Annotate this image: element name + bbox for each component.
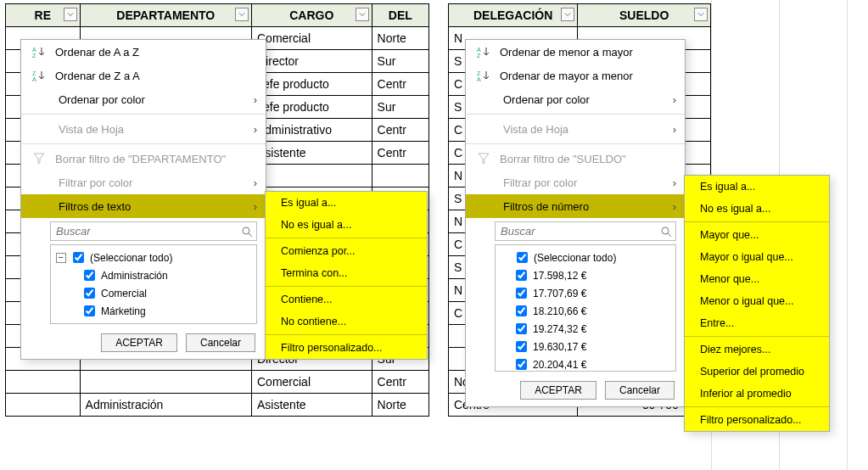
col-header: DEL: [389, 8, 412, 22]
funnel-clear-icon: [31, 153, 47, 165]
filter-by-color: Filtrar por color›: [466, 171, 685, 194]
number-filters[interactable]: Filtros de número›: [466, 194, 685, 218]
svg-point-4: [243, 227, 249, 234]
filter-search[interactable]: [495, 221, 676, 241]
chevron-right-icon: ›: [673, 93, 676, 106]
col-header: RE: [35, 8, 51, 22]
filter-not-contains[interactable]: No contiene...: [266, 311, 427, 333]
text-filters[interactable]: Filtros de texto›: [21, 194, 266, 218]
sort-za[interactable]: ZA Ordenar de Z a A: [21, 64, 266, 87]
checkbox[interactable]: [516, 305, 527, 316]
col-header: DELEGACIÓN: [473, 8, 552, 22]
checkbox[interactable]: [517, 252, 528, 263]
search-icon: [657, 222, 675, 240]
svg-text:Z: Z: [477, 53, 481, 58]
checkbox[interactable]: [516, 270, 527, 281]
filter-below-avg[interactable]: Inferior al promedio: [685, 383, 829, 405]
filter-less[interactable]: Menor que...: [685, 268, 829, 290]
filter-dropdown-icon[interactable]: [561, 8, 574, 21]
filter-equals[interactable]: Es igual a...: [266, 192, 427, 214]
sheet-view: Vista de Hoja›: [466, 117, 685, 141]
svg-text:A: A: [32, 76, 36, 81]
filter-by-color: Filtrar por color›: [21, 171, 266, 194]
cancel-button[interactable]: Cancelar: [605, 381, 675, 400]
filter-menu-sueldo: AZ Ordenar de menor a mayor ZA Ordenar d…: [465, 39, 686, 407]
filter-dropdown-icon[interactable]: [694, 8, 708, 21]
checkbox[interactable]: [516, 359, 527, 370]
ok-button[interactable]: ACEPTAR: [520, 381, 596, 400]
filter-not-equals[interactable]: No es igual a...: [266, 214, 427, 236]
filter-greater-eq[interactable]: Mayor o igual que...: [685, 246, 829, 268]
sort-desc[interactable]: ZA Ordenar de mayor a menor: [466, 64, 685, 87]
sort-asc[interactable]: AZ Ordenar de menor a mayor: [466, 40, 685, 64]
number-filter-submenu: Es igual a... No es igual a... Mayor que…: [684, 175, 830, 432]
filter-ends-with[interactable]: Termina con...: [266, 262, 427, 284]
svg-point-9: [662, 227, 669, 234]
filter-less-eq[interactable]: Menor o igual que...: [685, 290, 829, 312]
svg-text:Z: Z: [477, 70, 481, 76]
text-filter-submenu: Es igual a... No es igual a... Comienza …: [265, 191, 428, 360]
clear-filter: Borrar filtro de "DEPARTAMENTO": [21, 147, 266, 171]
checkbox[interactable]: [516, 341, 527, 352]
sort-za-icon: ZA: [31, 70, 47, 81]
filter-dropdown-icon[interactable]: [64, 8, 77, 21]
cancel-button[interactable]: Cancelar: [186, 333, 255, 352]
svg-text:A: A: [477, 47, 481, 53]
svg-text:Z: Z: [32, 70, 36, 76]
ok-button[interactable]: ACEPTAR: [101, 333, 177, 352]
filter-top10[interactable]: Diez mejores...: [685, 339, 829, 361]
checkbox[interactable]: [73, 252, 84, 263]
checkbox[interactable]: [84, 305, 95, 316]
checkbox[interactable]: [84, 270, 95, 281]
filter-custom[interactable]: Filtro personalizado...: [685, 409, 829, 431]
funnel-clear-icon: [476, 153, 491, 165]
filter-dropdown-icon[interactable]: [356, 8, 369, 21]
svg-text:A: A: [32, 47, 36, 53]
filter-custom[interactable]: Filtro personalizado...: [266, 337, 427, 359]
filter-value-list[interactable]: −(Seleccionar todo) Administración Comer…: [50, 244, 257, 324]
sort-by-color[interactable]: Ordenar por color›: [21, 87, 266, 111]
chevron-right-icon: ›: [254, 200, 257, 213]
filter-greater[interactable]: Mayor que...: [685, 224, 829, 246]
table-row: ComercialCentr: [6, 371, 429, 394]
filter-search[interactable]: [50, 221, 257, 241]
checkbox[interactable]: [516, 288, 527, 299]
search-icon: [238, 222, 256, 240]
chevron-right-icon: ›: [673, 200, 676, 213]
col-header: DEPARTAMENTO: [116, 8, 215, 22]
svg-text:Z: Z: [32, 53, 36, 58]
filter-above-avg[interactable]: Superior del promedio: [685, 361, 829, 383]
filter-contains[interactable]: Contiene...: [266, 288, 427, 311]
col-header: CARGO: [289, 8, 333, 22]
sort-asc-icon: AZ: [476, 46, 491, 58]
filter-begins-with[interactable]: Comienza por...: [266, 240, 427, 262]
search-input[interactable]: [496, 222, 657, 240]
chevron-right-icon: ›: [254, 93, 257, 106]
checkbox[interactable]: [84, 288, 95, 299]
filter-menu-departamento: AZ Ordenar de A a Z ZA Ordenar de Z a A …: [20, 39, 266, 360]
table-row: AdministraciónAsistenteNorte: [6, 394, 429, 417]
sheet-view: Vista de Hoja›: [21, 117, 266, 141]
sort-az-icon: AZ: [31, 46, 47, 58]
filter-dropdown-icon[interactable]: [235, 8, 249, 21]
filter-not-equals[interactable]: No es igual a...: [685, 198, 829, 220]
filter-between[interactable]: Entre...: [685, 312, 829, 334]
sort-desc-icon: ZA: [476, 70, 491, 81]
clear-filter: Borrar filtro de "SUELDO": [466, 147, 685, 171]
search-input[interactable]: [51, 222, 238, 240]
sort-az[interactable]: AZ Ordenar de A a Z: [21, 40, 266, 64]
collapse-icon[interactable]: −: [56, 253, 66, 263]
filter-equals[interactable]: Es igual a...: [685, 176, 829, 198]
sort-by-color[interactable]: Ordenar por color›: [466, 87, 685, 111]
col-header: SUELDO: [619, 8, 669, 22]
filter-value-list[interactable]: (Seleccionar todo) 17.598,12 € 17.707,69…: [495, 244, 676, 372]
checkbox[interactable]: [516, 323, 527, 334]
svg-text:A: A: [477, 76, 481, 81]
